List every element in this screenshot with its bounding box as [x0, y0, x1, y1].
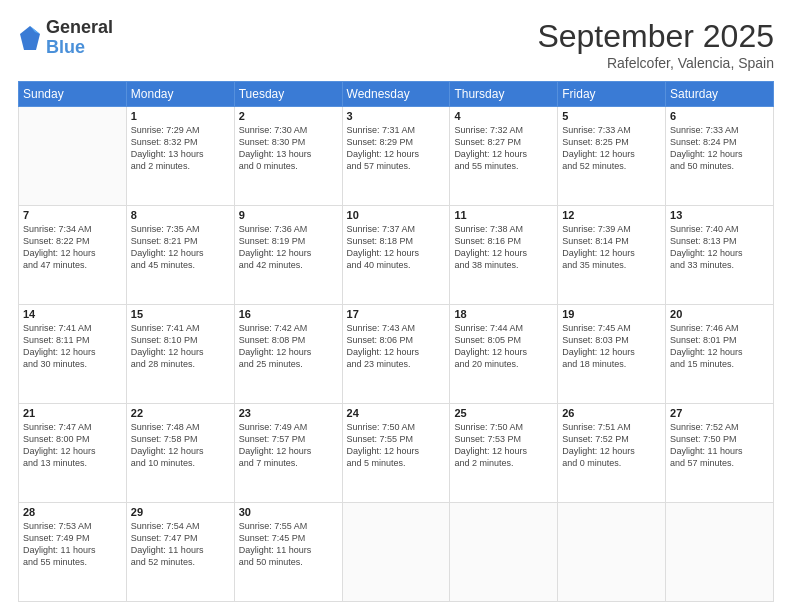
- location-subtitle: Rafelcofer, Valencia, Spain: [537, 55, 774, 71]
- day-number: 28: [23, 506, 122, 518]
- cell-sun-info: Sunrise: 7:37 AM Sunset: 8:18 PM Dayligh…: [347, 223, 446, 272]
- day-number: 10: [347, 209, 446, 221]
- calendar-cell: 11Sunrise: 7:38 AM Sunset: 8:16 PM Dayli…: [450, 206, 558, 305]
- calendar-cell: 29Sunrise: 7:54 AM Sunset: 7:47 PM Dayli…: [126, 503, 234, 602]
- calendar-cell: 20Sunrise: 7:46 AM Sunset: 8:01 PM Dayli…: [666, 305, 774, 404]
- calendar-cell: 24Sunrise: 7:50 AM Sunset: 7:55 PM Dayli…: [342, 404, 450, 503]
- calendar-cell: [666, 503, 774, 602]
- calendar-cell: [558, 503, 666, 602]
- logo: General Blue: [18, 18, 113, 58]
- calendar-cell: 12Sunrise: 7:39 AM Sunset: 8:14 PM Dayli…: [558, 206, 666, 305]
- cell-sun-info: Sunrise: 7:39 AM Sunset: 8:14 PM Dayligh…: [562, 223, 661, 272]
- calendar-week-1: 1Sunrise: 7:29 AM Sunset: 8:32 PM Daylig…: [19, 107, 774, 206]
- cell-sun-info: Sunrise: 7:33 AM Sunset: 8:25 PM Dayligh…: [562, 124, 661, 173]
- day-header-monday: Monday: [126, 82, 234, 107]
- calendar-cell: 28Sunrise: 7:53 AM Sunset: 7:49 PM Dayli…: [19, 503, 127, 602]
- cell-sun-info: Sunrise: 7:46 AM Sunset: 8:01 PM Dayligh…: [670, 322, 769, 371]
- calendar-cell: 1Sunrise: 7:29 AM Sunset: 8:32 PM Daylig…: [126, 107, 234, 206]
- calendar-cell: 2Sunrise: 7:30 AM Sunset: 8:30 PM Daylig…: [234, 107, 342, 206]
- day-header-tuesday: Tuesday: [234, 82, 342, 107]
- calendar-cell: 25Sunrise: 7:50 AM Sunset: 7:53 PM Dayli…: [450, 404, 558, 503]
- logo-text: General Blue: [46, 18, 113, 58]
- cell-sun-info: Sunrise: 7:51 AM Sunset: 7:52 PM Dayligh…: [562, 421, 661, 470]
- calendar-cell: 18Sunrise: 7:44 AM Sunset: 8:05 PM Dayli…: [450, 305, 558, 404]
- day-number: 7: [23, 209, 122, 221]
- day-number: 21: [23, 407, 122, 419]
- header: General Blue September 2025 Rafelcofer, …: [18, 18, 774, 71]
- calendar-cell: 13Sunrise: 7:40 AM Sunset: 8:13 PM Dayli…: [666, 206, 774, 305]
- calendar-cell: [342, 503, 450, 602]
- cell-sun-info: Sunrise: 7:30 AM Sunset: 8:30 PM Dayligh…: [239, 124, 338, 173]
- day-number: 14: [23, 308, 122, 320]
- day-number: 26: [562, 407, 661, 419]
- calendar-cell: 26Sunrise: 7:51 AM Sunset: 7:52 PM Dayli…: [558, 404, 666, 503]
- day-number: 8: [131, 209, 230, 221]
- logo-general-text: General: [46, 18, 113, 38]
- calendar-cell: 14Sunrise: 7:41 AM Sunset: 8:11 PM Dayli…: [19, 305, 127, 404]
- calendar-cell: 16Sunrise: 7:42 AM Sunset: 8:08 PM Dayli…: [234, 305, 342, 404]
- calendar-cell: [19, 107, 127, 206]
- calendar-cell: 15Sunrise: 7:41 AM Sunset: 8:10 PM Dayli…: [126, 305, 234, 404]
- cell-sun-info: Sunrise: 7:43 AM Sunset: 8:06 PM Dayligh…: [347, 322, 446, 371]
- day-number: 1: [131, 110, 230, 122]
- day-number: 15: [131, 308, 230, 320]
- calendar-cell: 30Sunrise: 7:55 AM Sunset: 7:45 PM Dayli…: [234, 503, 342, 602]
- cell-sun-info: Sunrise: 7:49 AM Sunset: 7:57 PM Dayligh…: [239, 421, 338, 470]
- day-number: 13: [670, 209, 769, 221]
- day-number: 23: [239, 407, 338, 419]
- day-number: 16: [239, 308, 338, 320]
- day-number: 12: [562, 209, 661, 221]
- day-number: 3: [347, 110, 446, 122]
- cell-sun-info: Sunrise: 7:41 AM Sunset: 8:11 PM Dayligh…: [23, 322, 122, 371]
- day-number: 17: [347, 308, 446, 320]
- cell-sun-info: Sunrise: 7:38 AM Sunset: 8:16 PM Dayligh…: [454, 223, 553, 272]
- day-number: 18: [454, 308, 553, 320]
- cell-sun-info: Sunrise: 7:31 AM Sunset: 8:29 PM Dayligh…: [347, 124, 446, 173]
- day-number: 6: [670, 110, 769, 122]
- cell-sun-info: Sunrise: 7:47 AM Sunset: 8:00 PM Dayligh…: [23, 421, 122, 470]
- cell-sun-info: Sunrise: 7:33 AM Sunset: 8:24 PM Dayligh…: [670, 124, 769, 173]
- calendar-cell: 7Sunrise: 7:34 AM Sunset: 8:22 PM Daylig…: [19, 206, 127, 305]
- cell-sun-info: Sunrise: 7:42 AM Sunset: 8:08 PM Dayligh…: [239, 322, 338, 371]
- day-number: 25: [454, 407, 553, 419]
- day-header-saturday: Saturday: [666, 82, 774, 107]
- day-header-friday: Friday: [558, 82, 666, 107]
- day-header-wednesday: Wednesday: [342, 82, 450, 107]
- cell-sun-info: Sunrise: 7:35 AM Sunset: 8:21 PM Dayligh…: [131, 223, 230, 272]
- page: General Blue September 2025 Rafelcofer, …: [0, 0, 792, 612]
- cell-sun-info: Sunrise: 7:50 AM Sunset: 7:55 PM Dayligh…: [347, 421, 446, 470]
- cell-sun-info: Sunrise: 7:41 AM Sunset: 8:10 PM Dayligh…: [131, 322, 230, 371]
- svg-marker-0: [20, 26, 40, 50]
- calendar-cell: 22Sunrise: 7:48 AM Sunset: 7:58 PM Dayli…: [126, 404, 234, 503]
- calendar-week-5: 28Sunrise: 7:53 AM Sunset: 7:49 PM Dayli…: [19, 503, 774, 602]
- calendar-cell: 21Sunrise: 7:47 AM Sunset: 8:00 PM Dayli…: [19, 404, 127, 503]
- cell-sun-info: Sunrise: 7:40 AM Sunset: 8:13 PM Dayligh…: [670, 223, 769, 272]
- day-number: 4: [454, 110, 553, 122]
- calendar-cell: 5Sunrise: 7:33 AM Sunset: 8:25 PM Daylig…: [558, 107, 666, 206]
- calendar-cell: 6Sunrise: 7:33 AM Sunset: 8:24 PM Daylig…: [666, 107, 774, 206]
- calendar-week-4: 21Sunrise: 7:47 AM Sunset: 8:00 PM Dayli…: [19, 404, 774, 503]
- calendar-cell: 27Sunrise: 7:52 AM Sunset: 7:50 PM Dayli…: [666, 404, 774, 503]
- day-number: 27: [670, 407, 769, 419]
- day-number: 20: [670, 308, 769, 320]
- day-number: 19: [562, 308, 661, 320]
- calendar-week-3: 14Sunrise: 7:41 AM Sunset: 8:11 PM Dayli…: [19, 305, 774, 404]
- calendar-cell: 19Sunrise: 7:45 AM Sunset: 8:03 PM Dayli…: [558, 305, 666, 404]
- day-number: 5: [562, 110, 661, 122]
- calendar-cell: 23Sunrise: 7:49 AM Sunset: 7:57 PM Dayli…: [234, 404, 342, 503]
- calendar-cell: 4Sunrise: 7:32 AM Sunset: 8:27 PM Daylig…: [450, 107, 558, 206]
- day-header-sunday: Sunday: [19, 82, 127, 107]
- calendar-cell: [450, 503, 558, 602]
- day-number: 30: [239, 506, 338, 518]
- day-number: 11: [454, 209, 553, 221]
- cell-sun-info: Sunrise: 7:52 AM Sunset: 7:50 PM Dayligh…: [670, 421, 769, 470]
- day-number: 29: [131, 506, 230, 518]
- calendar-cell: 10Sunrise: 7:37 AM Sunset: 8:18 PM Dayli…: [342, 206, 450, 305]
- cell-sun-info: Sunrise: 7:34 AM Sunset: 8:22 PM Dayligh…: [23, 223, 122, 272]
- day-number: 9: [239, 209, 338, 221]
- cell-sun-info: Sunrise: 7:53 AM Sunset: 7:49 PM Dayligh…: [23, 520, 122, 569]
- cell-sun-info: Sunrise: 7:48 AM Sunset: 7:58 PM Dayligh…: [131, 421, 230, 470]
- logo-blue-text: Blue: [46, 38, 113, 58]
- calendar-week-2: 7Sunrise: 7:34 AM Sunset: 8:22 PM Daylig…: [19, 206, 774, 305]
- cell-sun-info: Sunrise: 7:54 AM Sunset: 7:47 PM Dayligh…: [131, 520, 230, 569]
